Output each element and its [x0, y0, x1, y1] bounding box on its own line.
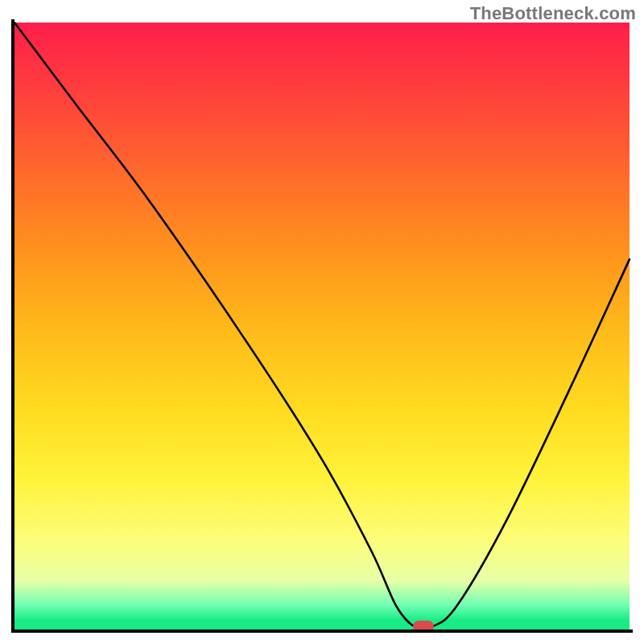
y-axis: [11, 19, 14, 633]
x-axis: [11, 630, 633, 633]
watermark-text: TheBottleneck.com: [470, 3, 636, 24]
bottleneck-chart: TheBottleneck.com: [0, 0, 644, 644]
bottleneck-curve-svg: [14, 23, 630, 630]
bottleneck-curve-path: [14, 23, 630, 630]
